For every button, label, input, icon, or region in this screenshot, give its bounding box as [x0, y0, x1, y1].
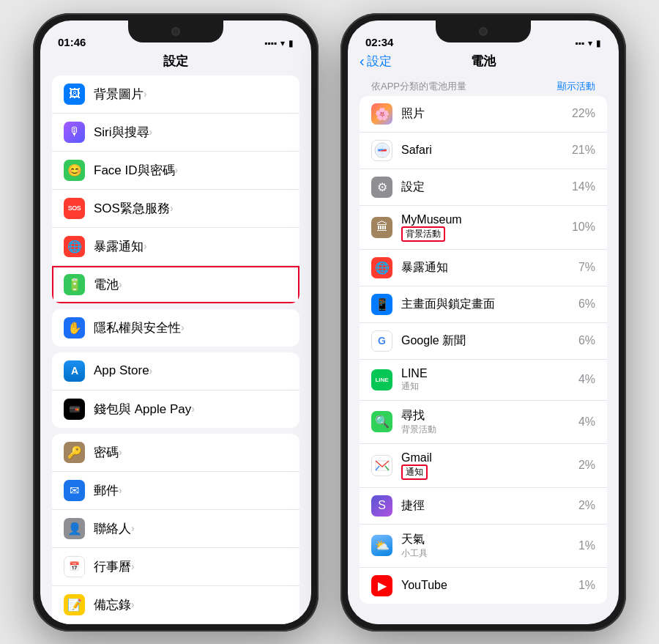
- usage-item-weather[interactable]: ⛅ 天氣 小工具 1%: [360, 525, 607, 568]
- mymuseum-sub-highlight: 背景活動: [401, 226, 445, 242]
- chevron-siri: ›: [149, 126, 153, 138]
- usage-item-shortcuts[interactable]: S 捷徑 2%: [360, 488, 607, 525]
- findmy-info: 尋找 背景活動: [401, 408, 573, 436]
- wifi-icon: ▾: [280, 38, 285, 48]
- youtube-pct: 1%: [578, 579, 595, 592]
- nav-bar-right: ‹ 設定 電池: [348, 53, 619, 75]
- settings-item-mail[interactable]: ✉ 郵件 ›: [52, 472, 299, 510]
- phone-left: 01:46 ▪▪▪▪ ▾ ▮ 設定 🖼 背景圖片: [33, 13, 319, 632]
- usage-item-photos[interactable]: 🌸 照片 22%: [360, 96, 607, 133]
- usage-item-line[interactable]: LINE LINE 通知 4%: [360, 360, 607, 401]
- mymuseum-pct: 10%: [572, 221, 595, 234]
- settings-item-sos[interactable]: SOS SOS緊急服務 ›: [52, 190, 299, 228]
- battery-label: 電池: [94, 276, 119, 293]
- gmail-name: Gmail: [401, 451, 573, 465]
- line-info: LINE 通知: [401, 367, 573, 393]
- back-button[interactable]: ‹ 設定: [360, 53, 392, 70]
- chevron-contacts: ›: [131, 522, 135, 534]
- notch-right: [436, 21, 531, 42]
- settings-item-exposure[interactable]: 🌐 暴露通知 ›: [52, 228, 299, 266]
- battery-section-header: 依APP分類的電池用量 顯示活動: [348, 75, 619, 96]
- settings-pct: 14%: [572, 180, 595, 193]
- passwords-label: 密碼: [94, 444, 119, 461]
- usage-item-homescreen[interactable]: 📱 主畫面與鎖定畫面 6%: [360, 286, 607, 323]
- battery-section-action[interactable]: 顯示活動: [557, 80, 595, 93]
- findmy-name: 尋找: [401, 408, 573, 423]
- battery-usage-list[interactable]: 🌸 照片 22% Safari 21%: [348, 96, 619, 624]
- mymuseum-icon: 🏛: [371, 217, 392, 238]
- chevron-calendar: ›: [131, 560, 135, 572]
- mymuseum-info: MyMuseum 背景活動: [401, 213, 566, 242]
- exposure2-pct: 7%: [578, 261, 595, 274]
- signal-icon-right: ▪▪▪: [575, 38, 584, 48]
- status-icons-right: ▪▪▪ ▾ ▮: [575, 38, 601, 48]
- settings-group-1: 🖼 背景圖片 › 🎙 Siri與搜尋 › 😊 Face ID與密碼 ›: [52, 75, 299, 303]
- nav-bar-left: 設定: [40, 53, 311, 75]
- contacts-label: 聯絡人: [94, 520, 131, 537]
- settings-item-wallpaper[interactable]: 🖼 背景圖片 ›: [52, 75, 299, 114]
- weather-icon: ⛅: [371, 535, 392, 556]
- battery-usage-group: 🌸 照片 22% Safari 21%: [360, 96, 607, 604]
- shortcuts-info: 捷徑: [401, 498, 573, 514]
- usage-item-settings[interactable]: ⚙ 設定 14%: [360, 169, 607, 206]
- sos-label: SOS緊急服務: [94, 200, 170, 217]
- signal-icon: ▪▪▪▪: [264, 38, 277, 48]
- settings-list-left[interactable]: 🖼 背景圖片 › 🎙 Siri與搜尋 › 😊 Face ID與密碼 ›: [40, 75, 311, 624]
- chevron-sos: ›: [170, 202, 174, 214]
- svg-rect-2: [70, 407, 80, 409]
- settings-item-passwords[interactable]: 🔑 密碼 ›: [52, 434, 299, 472]
- chevron-notes: ›: [131, 599, 135, 610]
- usage-item-youtube[interactable]: ▶ YouTube 1%: [360, 568, 607, 604]
- phone-left-screen: 01:46 ▪▪▪▪ ▾ ▮ 設定 🖼 背景圖片: [40, 21, 311, 624]
- mail-label: 郵件: [94, 482, 119, 499]
- gmail-sub-highlight: 通知: [401, 465, 428, 480]
- chevron-passwords: ›: [119, 446, 122, 458]
- settings-item-appstore[interactable]: A App Store ›: [52, 352, 299, 391]
- weather-info: 天氣 小工具: [401, 532, 573, 560]
- settings-item-battery[interactable]: 🔋 電池 ›: [52, 266, 299, 303]
- wallet-icon: [64, 399, 85, 420]
- page-title-right: 電池: [471, 53, 496, 70]
- googlenews-pct: 6%: [578, 334, 595, 347]
- appstore-label: App Store: [94, 363, 149, 378]
- battery-icon-item: 🔋: [64, 274, 85, 295]
- gmail-pct: 2%: [578, 459, 595, 472]
- photos-icon: 🌸: [371, 103, 392, 125]
- line-pct: 4%: [578, 373, 595, 386]
- chevron-privacy: ›: [181, 322, 185, 333]
- notch-left: [128, 21, 223, 42]
- usage-item-exposure2[interactable]: 🌐 暴露通知 7%: [360, 250, 607, 286]
- settings-group-2: A App Store › 錢包與 Apple Pay ›: [52, 352, 299, 428]
- siri-icon: 🎙: [64, 122, 85, 143]
- usage-item-googlenews[interactable]: G Google 新聞 6%: [360, 323, 607, 360]
- notes-icon: 📝: [64, 594, 85, 615]
- settings-item-siri[interactable]: 🎙 Siri與搜尋 ›: [52, 114, 299, 152]
- usage-item-gmail[interactable]: Gmail 通知 2%: [360, 444, 607, 488]
- calendar-icon: 📅: [64, 556, 85, 577]
- settings-item-wallet[interactable]: 錢包與 Apple Pay ›: [52, 391, 299, 428]
- usage-item-findmy[interactable]: 🔍 尋找 背景活動 4%: [360, 401, 607, 444]
- settings-item-notes[interactable]: 📝 備忘錄 ›: [52, 586, 299, 624]
- wifi-icon-right: ▾: [588, 38, 592, 48]
- gmail-sub: 通知: [401, 465, 573, 480]
- sos-icon: SOS: [64, 198, 85, 219]
- settings-item-calendar[interactable]: 📅 行事曆 ›: [52, 548, 299, 586]
- settings-item-contacts[interactable]: 👤 聯絡人 ›: [52, 510, 299, 548]
- chevron-mail: ›: [119, 484, 122, 496]
- googlenews-name: Google 新聞: [401, 333, 573, 349]
- battery-icon: ▮: [288, 38, 294, 48]
- gmail-info: Gmail 通知: [401, 451, 573, 480]
- usage-item-safari[interactable]: Safari 21%: [360, 133, 607, 169]
- time-right: 02:34: [365, 36, 393, 48]
- settings-item-faceid[interactable]: 😊 Face ID與密碼 ›: [52, 152, 299, 190]
- faceid-icon: 😊: [64, 160, 85, 181]
- safari-icon: [371, 140, 392, 161]
- youtube-name: YouTube: [401, 579, 573, 592]
- usage-item-mymuseum[interactable]: 🏛 MyMuseum 背景活動 10%: [360, 206, 607, 250]
- faceid-label: Face ID與密碼: [94, 162, 175, 179]
- safari-info: Safari: [401, 144, 566, 157]
- battery-section-label: 依APP分類的電池用量: [371, 80, 466, 93]
- settings-item-privacy[interactable]: ✋ 隱私權與安全性 ›: [52, 309, 299, 347]
- chevron-faceid: ›: [175, 164, 179, 176]
- svg-point-4: [75, 409, 77, 411]
